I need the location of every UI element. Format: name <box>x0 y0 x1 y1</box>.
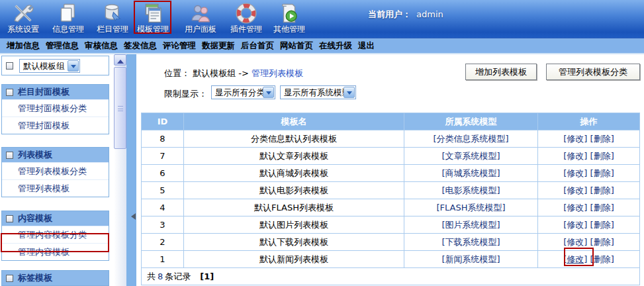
record-total-count: 8 <box>158 271 163 281</box>
system-model-link[interactable]: [商城系统模型] <box>441 168 500 178</box>
delete-link[interactable]: [删除] <box>590 168 614 178</box>
section-checkbox[interactable] <box>6 89 13 96</box>
cell-id: 4 <box>142 199 184 216</box>
table-row: 1默认新闻列表模板[新闻系统模型][修改] [删除] <box>142 251 640 268</box>
chevron-down-icon[interactable] <box>68 60 79 72</box>
doc-play-icon <box>278 2 300 23</box>
toolbar-item-3[interactable]: 栏目管理 <box>90 1 135 36</box>
template-group-select[interactable]: 默认模板组 <box>19 59 80 73</box>
record-total-suffix: 条记录 <box>165 271 191 281</box>
cell-id: 1 <box>142 251 184 268</box>
edit-link[interactable]: [修改] <box>563 203 587 213</box>
toolbar-item-label: 用户面板 <box>178 24 223 35</box>
delete-link[interactable]: [删除] <box>590 134 614 144</box>
delete-link[interactable]: [删除] <box>590 220 614 230</box>
system-model-link[interactable]: [分类信息系统模型] <box>433 134 508 144</box>
cell-template-name: 默认FLASH列表模板 <box>184 199 404 216</box>
system-model-link[interactable]: [新闻系统模型] <box>441 254 500 264</box>
menubar-item-1[interactable]: 增加信息 <box>7 40 40 52</box>
record-total-prefix: 共 <box>147 271 156 281</box>
chevron-down-icon[interactable] <box>263 87 274 98</box>
cell-actions: [修改] [删除] <box>538 148 640 165</box>
cell-id: 8 <box>142 130 184 148</box>
system-model-link[interactable]: [下载系统模型] <box>441 237 500 247</box>
template-table: ID模板名所属系统模型操作 8分类信息默认列表模板[分类信息系统模型][修改] … <box>141 113 640 285</box>
toolbar-item-label: 模板管理 <box>130 24 175 35</box>
scrollbar-up-button[interactable] <box>114 54 126 66</box>
toolbar-item-1[interactable]: 系统设置 <box>1 1 46 36</box>
group-checkbox[interactable] <box>6 62 13 70</box>
cell-system-model: [图片系统模型] <box>404 216 538 234</box>
table-row: 2默认下载列表模板[下载系统模型][修改] [删除] <box>142 234 640 251</box>
edit-link[interactable]: [修改] <box>563 220 587 230</box>
breadcrumb-label: 位置： <box>164 68 190 78</box>
sidebar-section-title: 内容模板 <box>18 213 52 224</box>
delete-link[interactable]: [删除] <box>590 254 614 264</box>
sidebar-item[interactable]: 管理内容模板分类 <box>2 226 109 243</box>
table-header-row: ID模板名所属系统模型操作 <box>142 113 640 130</box>
cell-system-model: [FLASH系统模型] <box>404 199 538 216</box>
toolbar-item-5[interactable]: 用户面板 <box>178 1 223 36</box>
sidebar-scrollbar[interactable] <box>114 54 126 286</box>
delete-link[interactable]: [删除] <box>590 237 614 247</box>
section-checkbox[interactable] <box>6 275 13 282</box>
current-user: 当前用户：admin <box>368 9 443 21</box>
section-checkbox[interactable] <box>6 215 13 222</box>
menubar-item-7[interactable]: 后台首页 <box>241 40 274 52</box>
system-model-link[interactable]: [文章系统模型] <box>441 151 500 161</box>
menubar-item-9[interactable]: 在线升级 <box>319 40 352 52</box>
filter-label: 限制显示： <box>164 88 207 100</box>
sidebar-section-4: 标签模板 <box>1 270 109 286</box>
manage-template-categories-button[interactable]: 管理列表模板分类 <box>546 64 640 80</box>
menubar-item-6[interactable]: 数据更新 <box>202 40 235 52</box>
edit-link[interactable]: [修改] <box>563 237 587 247</box>
menubar-item-8[interactable]: 网站首页 <box>280 40 313 52</box>
table-row: 3默认图片列表模板[图片系统模型][修改] [删除] <box>142 216 640 234</box>
toolbar-item-4[interactable]: 模板管理 <box>130 1 175 36</box>
system-model-link[interactable]: [图片系统模型] <box>441 220 500 230</box>
breadcrumb-current[interactable]: 管理列表模板 <box>252 68 303 78</box>
sidebar-item[interactable]: 管理内容模板 <box>2 243 109 260</box>
toolbar-item-6[interactable]: 插件管理 <box>224 1 269 36</box>
pagination-page-1[interactable]: [1] <box>200 271 214 281</box>
cell-system-model: [商城系统模型] <box>404 165 538 182</box>
system-model-link[interactable]: [电影系统模型] <box>441 185 500 195</box>
system-model-link[interactable]: [FLASH系统模型] <box>436 203 505 213</box>
edit-link[interactable]: [修改] <box>563 254 587 264</box>
edit-link[interactable]: [修改] <box>563 185 587 195</box>
sidebar-item[interactable]: 管理列表模板 <box>2 179 109 197</box>
edit-link[interactable]: [修改] <box>563 134 587 144</box>
toolbar-item-2[interactable]: 信息管理 <box>46 1 91 36</box>
scrollbar-thumb[interactable] <box>114 67 126 149</box>
section-checkbox[interactable] <box>6 152 13 159</box>
breadcrumb-path: 默认模板组 -> <box>193 68 249 78</box>
body-area: 默认模板组 栏目封面模板管理封面模板分类管理封面模板列表模板管理列表模板分类管理… <box>0 54 644 286</box>
edit-link[interactable]: [修改] <box>563 151 587 161</box>
sidebar-item[interactable]: 管理封面模板 <box>2 117 109 134</box>
delete-link[interactable]: [删除] <box>590 203 614 213</box>
edit-link[interactable]: [修改] <box>563 168 587 178</box>
admin-page: 当前用户：admin 系统设置信息管理栏目管理模板管理用户面板插件管理其他管理 … <box>0 0 644 286</box>
sidebar-item[interactable]: 管理列表模板分类 <box>2 162 109 179</box>
collapse-sidebar-icon[interactable] <box>128 213 136 220</box>
table-row: 6默认商城列表模板[商城系统模型][修改] [删除] <box>142 165 640 182</box>
cell-id: 3 <box>142 216 184 234</box>
menubar-item-3[interactable]: 审核信息 <box>85 40 118 52</box>
add-list-template-button[interactable]: 增加列表模板 <box>465 64 537 80</box>
menubar-item-5[interactable]: 评论管理 <box>163 40 196 52</box>
category-filter-select[interactable]: 显示所有分类 <box>211 85 275 99</box>
toolbar-item-7[interactable]: 其他管理 <box>267 1 312 36</box>
table-header-cell: 操作 <box>538 113 640 130</box>
delete-link[interactable]: [删除] <box>590 151 614 161</box>
delete-link[interactable]: [删除] <box>590 185 614 195</box>
menubar-item-10[interactable]: 退出 <box>358 40 375 52</box>
table-row: 8分类信息默认列表模板[分类信息系统模型][修改] [删除] <box>142 130 640 148</box>
cell-actions: [修改] [删除] <box>538 165 640 182</box>
chevron-down-icon[interactable] <box>344 87 355 98</box>
menubar-item-4[interactable]: 签发信息 <box>124 40 157 52</box>
sidebar-item[interactable]: 管理封面模板分类 <box>2 99 109 117</box>
menubar-item-2[interactable]: 管理信息 <box>46 40 79 52</box>
model-filter-select[interactable]: 显示所有系统模型 <box>280 85 356 99</box>
sidebar-section-1: 栏目封面模板管理封面模板分类管理封面模板 <box>1 84 109 134</box>
main-content: 位置： 默认模板组 -> 管理列表模板 增加列表模板 管理列表模板分类 限制显示… <box>136 54 644 286</box>
